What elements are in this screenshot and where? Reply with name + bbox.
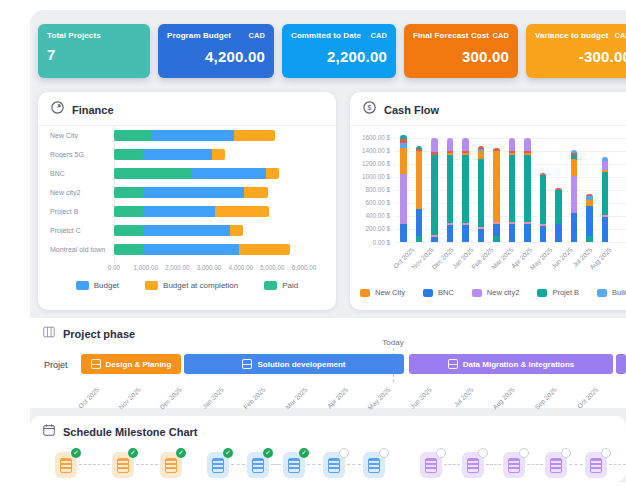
cashflow-bar-segment[interactable] [447,155,454,223]
legend-item[interactable]: Building [597,288,626,297]
cashflow-bar-segment[interactable] [462,155,469,223]
finance-bar-segment-budget[interactable] [143,244,240,255]
legend-item[interactable]: Budget at completion [145,281,238,290]
cashflow-bar-segment[interactable] [431,138,438,152]
finance-bar[interactable] [114,244,290,255]
finance-bar-segment-budget-at-completion[interactable] [230,225,244,236]
cashflow-bar[interactable] [416,146,423,242]
finance-bar-segment-budget[interactable] [143,187,244,198]
milestone-icon[interactable] [585,452,607,478]
cashflow-bar-segment[interactable] [447,225,454,242]
finance-bar-segment-budget-at-completion[interactable] [212,149,225,160]
milestone-icon[interactable] [545,452,567,478]
cashflow-bar[interactable] [524,138,531,242]
milestone-icon[interactable]: ✓ [247,452,269,478]
finance-bar-segment-paid[interactable] [114,244,143,255]
cashflow-bar[interactable] [400,135,407,242]
cashflow-bar[interactable] [602,157,609,242]
milestone-icon[interactable]: ✓ [55,452,77,478]
legend-item[interactable]: New City [360,288,405,297]
finance-bar[interactable] [114,206,269,217]
finance-bar[interactable] [114,168,279,179]
finance-bar-segment-budget-at-completion[interactable] [266,168,279,179]
milestone-icon[interactable]: ✓ [283,452,305,478]
cashflow-bar-segment[interactable] [493,151,500,221]
cashflow-bar-segment[interactable] [524,138,531,151]
phase-bar[interactable]: Data Migration & integrations [409,354,613,374]
legend-item[interactable]: New city2 [472,288,520,297]
cashflow-bar-segment[interactable] [478,159,485,227]
cashflow-bar-segment[interactable] [493,236,500,242]
cashflow-bar-segment[interactable] [462,225,469,242]
cashflow-bar-segment[interactable] [431,155,438,235]
finance-bar-segment-budget-at-completion[interactable] [234,130,275,141]
milestone-icon[interactable] [323,452,345,478]
cashflow-bar-segment[interactable] [447,138,454,151]
cashflow-bar-segment[interactable] [602,217,609,242]
cashflow-bar-segment[interactable] [493,224,500,236]
cashflow-bar-segment[interactable] [462,138,469,151]
finance-bar-segment-budget-at-completion[interactable] [239,244,290,255]
cashflow-bar[interactable] [540,173,547,242]
finance-bar[interactable] [114,187,268,198]
cashflow-bar-segment[interactable] [602,161,609,170]
cashflow-bar[interactable] [462,138,469,242]
cashflow-bar-segment[interactable] [602,172,609,216]
cashflow-bar-segment[interactable] [400,224,407,242]
finance-bar-segment-budget[interactable] [143,225,230,236]
milestone-icon[interactable] [363,452,385,478]
cashflow-bar-segment[interactable] [431,237,438,242]
cashflow-bar-segment[interactable] [586,206,593,236]
cashflow-bar[interactable] [493,148,500,242]
cashflow-bar-segment[interactable] [586,236,593,242]
finance-bar-segment-paid[interactable] [114,187,143,198]
finance-bar-segment-paid[interactable] [114,168,192,179]
finance-bar-segment-paid[interactable] [114,149,143,160]
legend-item[interactable]: Paid [264,281,298,290]
finance-bar-segment-paid[interactable] [114,225,143,236]
cashflow-bar[interactable] [447,138,454,242]
cashflow-bar-segment[interactable] [540,175,547,224]
finance-bar-segment-budget-at-completion[interactable] [244,187,268,198]
finance-bar-segment-budget[interactable] [192,168,266,179]
milestone-icon[interactable]: ✓ [207,452,229,478]
milestone-icon[interactable] [503,452,525,478]
finance-bar[interactable] [114,149,225,160]
cashflow-bar-segment[interactable] [416,151,423,210]
cashflow-bar-segment[interactable] [509,138,516,151]
cashflow-bar-segment[interactable] [555,190,562,224]
finance-bar-segment-budget[interactable] [143,206,216,217]
cashflow-bar-segment[interactable] [571,159,578,176]
finance-bar[interactable] [114,225,243,236]
cashflow-bar-segment[interactable] [571,213,578,242]
phase-bar[interactable]: Design & Planing [81,354,181,374]
legend-item[interactable]: Projet B [537,288,579,297]
cashflow-bar[interactable] [586,194,593,242]
cashflow-bar-segment[interactable] [400,174,407,225]
cashflow-bar[interactable] [555,188,562,242]
finance-bar[interactable] [114,130,275,141]
cashflow-bar[interactable] [431,138,438,242]
finance-bar-segment-budget-at-completion[interactable] [215,206,269,217]
cashflow-bar-segment[interactable] [478,229,485,242]
cashflow-bar-segment[interactable] [478,151,485,159]
cashflow-bar-segment[interactable] [555,224,562,242]
cashflow-bar-segment[interactable] [416,209,423,236]
phase-bar[interactable] [616,354,626,374]
cashflow-bar-segment[interactable] [509,155,516,222]
cashflow-bar[interactable] [509,138,516,242]
phase-bar[interactable]: Solution developement [184,354,404,374]
cashflow-bar[interactable] [571,150,578,242]
cashflow-bar-segment[interactable] [524,224,531,242]
cashflow-bar-segment[interactable] [571,176,578,213]
finance-bar-segment-paid[interactable] [114,206,143,217]
legend-item[interactable]: Budget [76,281,119,290]
legend-item[interactable]: BNC [423,288,454,297]
cashflow-bar-segment[interactable] [540,226,547,242]
milestone-icon[interactable]: ✓ [112,452,134,478]
milestone-icon[interactable]: ✓ [160,452,182,478]
milestone-icon[interactable] [462,452,484,478]
cashflow-bar-segment[interactable] [400,148,407,174]
cashflow-bar-segment[interactable] [509,224,516,242]
cashflow-bar-segment[interactable] [416,236,423,242]
